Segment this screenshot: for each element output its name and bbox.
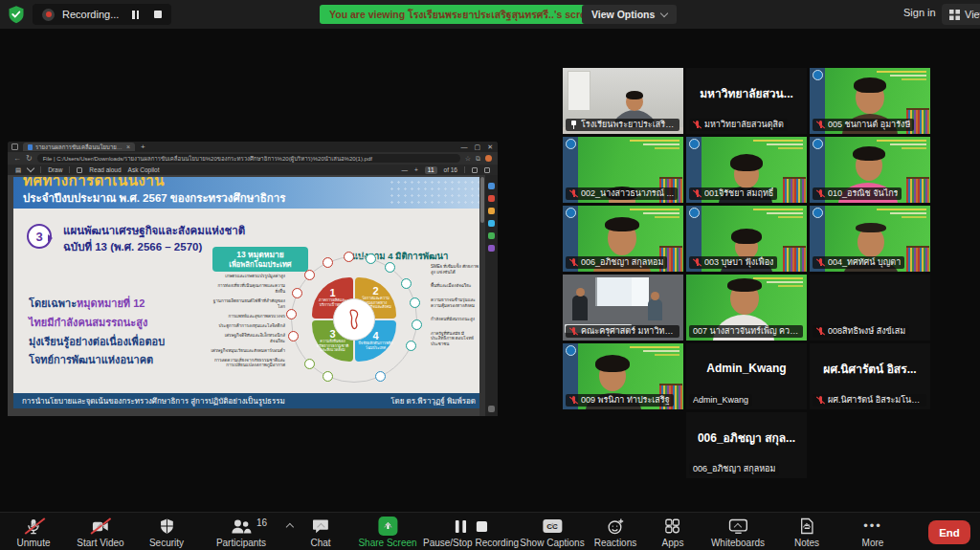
zoom-out-icon[interactable]: —: [401, 166, 408, 173]
participant-center-name: มหาวิทยาลัยสวน...: [686, 84, 807, 102]
muted-mic-icon: [569, 189, 578, 199]
thailand-map-mark-icon: [345, 309, 363, 330]
university-logo-icon: [689, 139, 700, 149]
participant-tile[interactable]: โรงเรียนพระยาประเสริฐสุน...: [563, 68, 683, 134]
participant-tile[interactable]: มหาวิทยาลัยสวน... มหาวิทยาลัยสวนดุสิต: [686, 68, 807, 134]
view-options-button[interactable]: View Options: [582, 5, 677, 24]
sidebar-app-icon[interactable]: [488, 208, 495, 214]
participant-tile[interactable]: Admin_Kwang Admin_Kwang: [686, 343, 807, 409]
slide-body: 3 แผนพัฒนาเศรษฐกิจและสังคมแห่งชาติ ฉบับท…: [13, 209, 484, 393]
participants-button[interactable]: 16 Participants: [216, 517, 266, 548]
apps-button[interactable]: Apps: [662, 517, 684, 548]
close-tab-icon[interactable]: ×: [126, 143, 130, 150]
participant-tile[interactable]: 005 ชนกานต์ อุมารังษี: [810, 68, 930, 134]
browser-tab[interactable]: รายงานผลการขับเคลื่อนนโยบายกระทรวงศึกษาธ…: [23, 143, 135, 151]
scrollbar-thumb[interactable]: [480, 177, 484, 223]
participant-tile[interactable]: 008สิทธิพงษ์ สังข์เสม: [810, 275, 930, 341]
pause-recording-icon[interactable]: [132, 11, 139, 19]
hallmark-icon: [323, 371, 333, 382]
whiteboards-button[interactable]: Whiteboards: [711, 517, 765, 548]
unmute-button[interactable]: Unmute: [16, 517, 50, 548]
participant-name-label: 003 บุษบา ฟุ้งเฟื่อง: [689, 256, 777, 269]
participant-tile[interactable]: 006_อภิชญา สกุลหอม: [563, 206, 683, 272]
end-meeting-button[interactable]: End: [928, 520, 970, 544]
highlight-tool-icon[interactable]: [77, 167, 82, 173]
sidebar-app-icon[interactable]: [488, 220, 495, 227]
stop-recording-icon[interactable]: [154, 11, 162, 18]
minimize-icon[interactable]: —: [461, 143, 468, 151]
participant-name-label: 006_อภิชญา สกุลหอม: [689, 463, 779, 475]
participant-tile[interactable]: 002_นางสาวธนาภรณ์ ...: [563, 137, 683, 203]
participant-tile[interactable]: ผศ.นิศารัตน์ อิสร... ผศ.นิศารัตน์ อิสระม…: [810, 343, 930, 409]
draw-tool[interactable]: Draw: [48, 166, 62, 173]
notes-button[interactable]: Notes: [794, 517, 819, 548]
zoom-in-icon[interactable]: +: [414, 166, 418, 173]
participant-tile[interactable]: 009 พรนิภา ท่าประเสริฐ: [563, 343, 683, 409]
extensions-icon[interactable]: ⧉: [476, 155, 480, 163]
pause-icon[interactable]: [454, 519, 466, 534]
address-bar[interactable]: File | C:/Users/User/Downloads/รายงานผลก…: [37, 154, 460, 163]
current-page-field[interactable]: 11: [425, 166, 437, 174]
hallmark-icon: [344, 252, 354, 262]
participants-video-grid: โรงเรียนพระยาประเสริฐสุน... มหาวิทยาลัยส…: [563, 68, 930, 478]
participant-tile[interactable]: คณะครุศาสตร์ มหาวิทยา...: [563, 275, 683, 341]
security-button[interactable]: Security: [149, 517, 184, 548]
pdf-menu-icon[interactable]: ▤: [15, 166, 21, 174]
workspace-icon[interactable]: [11, 143, 18, 150]
ask-copilot-button[interactable]: Ask Copilot: [128, 166, 160, 173]
sidebar-app-icon[interactable]: [488, 183, 495, 189]
sidebar-app-icon[interactable]: [488, 232, 495, 239]
participant-name-label: คณะครุศาสตร์ มหาวิทยา...: [566, 325, 679, 338]
muted-mic-icon: [569, 396, 578, 406]
participant-name-label: 010_อรณิช จันไกร: [813, 187, 902, 200]
participant-tile[interactable]: 010_อรณิช จันไกร: [810, 137, 930, 203]
muted-mic-icon: [693, 189, 702, 199]
slide-footer-bar: การนำนโยบายและจุดเน้นของกระทรวงศึกษาธิกา…: [13, 393, 484, 408]
close-window-icon[interactable]: ✕: [487, 143, 493, 151]
muted-mic-icon: [816, 396, 825, 406]
participants-icon: 16: [230, 517, 253, 536]
participant-tile[interactable]: 003 บุษบา ฟุ้งเฟื่อง: [686, 206, 807, 272]
slide-body-line1: โดยเฉพาะหมุดหมายที่ 12: [29, 295, 145, 312]
participant-name-label: ผศ.นิศารัตน์ อิสระมโนรส-...: [813, 394, 926, 407]
sidebar-app-icon[interactable]: [488, 195, 495, 202]
browser-profile-avatar[interactable]: [485, 155, 492, 162]
sidebar-app-icon[interactable]: [488, 245, 495, 252]
participant-tile[interactable]: 006_อภิชญา สกุล... 006_อภิชญา สกุลหอม: [686, 412, 807, 478]
pause-stop-recording-button[interactable]: Pause/Stop Recording: [423, 517, 519, 548]
share-screen-button[interactable]: Share Screen: [358, 517, 416, 548]
participant-name-label: 007 นางสาวจันทร์เพ็ญ ควรแ...: [689, 325, 803, 338]
read-aloud-button[interactable]: Read aloud: [89, 166, 121, 173]
recording-indicator[interactable]: Recording...: [33, 4, 171, 25]
participants-options-caret[interactable]: [286, 523, 294, 531]
refresh-icon[interactable]: ↻: [26, 155, 33, 163]
participants-count-badge: 16: [256, 517, 267, 528]
sidebar-settings-icon[interactable]: [488, 406, 495, 412]
save-icon[interactable]: [484, 167, 490, 173]
new-tab-button[interactable]: +: [141, 143, 145, 151]
smiley-plus-icon: [607, 517, 625, 536]
sign-in-button[interactable]: Sign in: [903, 7, 936, 18]
more-button[interactable]: ••• More: [862, 517, 884, 548]
view-layout-button[interactable]: View: [942, 4, 980, 25]
participant-tile[interactable]: 007 นางสาวจันทร์เพ็ญ ควรแ...: [686, 275, 807, 341]
chevron-down-icon: [660, 9, 668, 16]
stop-icon[interactable]: [475, 520, 487, 533]
maximize-icon[interactable]: ▢: [475, 143, 481, 151]
muted-mic-icon: [816, 189, 825, 199]
participant-tile[interactable]: 001จิรัชยา สมฤทธิ์: [686, 137, 807, 203]
chat-button[interactable]: Chat: [310, 517, 330, 548]
item-number-badge: 3: [27, 224, 52, 249]
university-logo-icon: [566, 345, 576, 356]
start-video-button[interactable]: Start Video: [77, 517, 123, 548]
back-icon[interactable]: ←: [13, 155, 21, 163]
show-captions-button[interactable]: CC Show Captions: [520, 517, 584, 548]
grid-view-icon: [949, 10, 960, 20]
muted-mic-icon: [816, 327, 825, 337]
reactions-button[interactable]: Reactions: [594, 517, 636, 548]
participant-tile[interactable]: 004_ทศทัศน์ บุญตา: [810, 206, 930, 272]
print-icon[interactable]: [472, 167, 478, 173]
presentation-slide: ทิศทางการดำเนินงาน ประจำปีงบประมาณ พ.ศ. …: [13, 177, 484, 408]
favorites-icon[interactable]: ☆: [465, 155, 471, 163]
muted-mic-icon: [816, 121, 825, 130]
